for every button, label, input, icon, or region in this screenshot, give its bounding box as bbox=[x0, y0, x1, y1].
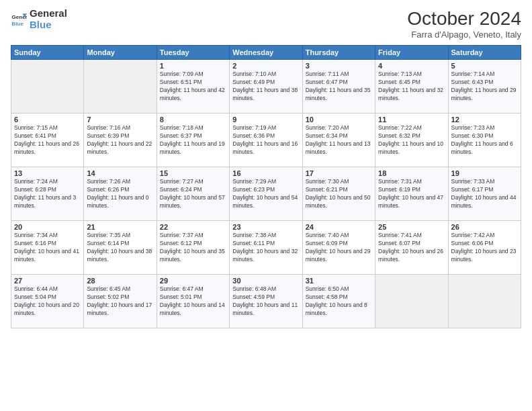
table-row: 30Sunrise: 6:48 AMSunset: 4:59 PMDayligh… bbox=[230, 275, 302, 328]
day-info: Sunrise: 7:09 AMSunset: 6:51 PMDaylight:… bbox=[160, 71, 226, 103]
day-info: Sunrise: 6:44 AMSunset: 5:04 PMDaylight:… bbox=[14, 285, 81, 318]
day-info: Sunrise: 7:27 AMSunset: 6:24 PMDaylight:… bbox=[160, 178, 226, 210]
day-info: Sunrise: 7:42 AMSunset: 6:06 PMDaylight:… bbox=[451, 232, 518, 264]
day-info: Sunrise: 7:18 AMSunset: 6:37 PMDaylight:… bbox=[160, 124, 226, 156]
day-info: Sunrise: 7:13 AMSunset: 6:45 PMDaylight:… bbox=[378, 71, 445, 103]
day-info: Sunrise: 7:20 AMSunset: 6:34 PMDaylight:… bbox=[306, 124, 372, 156]
week-row-1: 1Sunrise: 7:09 AMSunset: 6:51 PMDaylight… bbox=[11, 60, 521, 113]
day-info: Sunrise: 7:14 AMSunset: 6:43 PMDaylight:… bbox=[451, 71, 518, 103]
day-info: Sunrise: 7:16 AMSunset: 6:39 PMDaylight:… bbox=[87, 124, 153, 156]
svg-text:Blue: Blue bbox=[12, 20, 24, 26]
col-tuesday: Tuesday bbox=[157, 46, 229, 60]
day-info: Sunrise: 7:10 AMSunset: 6:49 PMDaylight:… bbox=[232, 71, 299, 103]
day-info: Sunrise: 7:37 AMSunset: 6:12 PMDaylight:… bbox=[160, 232, 226, 264]
col-sunday: Sunday bbox=[11, 46, 84, 60]
table-row: 29Sunrise: 6:47 AMSunset: 5:01 PMDayligh… bbox=[157, 275, 229, 328]
table-row: 16Sunrise: 7:29 AMSunset: 6:23 PMDayligh… bbox=[230, 167, 302, 221]
logo-text: General Blue bbox=[30, 8, 67, 30]
day-number: 22 bbox=[160, 223, 226, 231]
table-row: 26Sunrise: 7:42 AMSunset: 6:06 PMDayligh… bbox=[448, 221, 521, 275]
day-info: Sunrise: 7:40 AMSunset: 6:09 PMDaylight:… bbox=[306, 232, 372, 264]
day-info: Sunrise: 7:30 AMSunset: 6:21 PMDaylight:… bbox=[306, 178, 372, 210]
day-info: Sunrise: 7:26 AMSunset: 6:26 PMDaylight:… bbox=[87, 178, 153, 210]
table-row: 10Sunrise: 7:20 AMSunset: 6:34 PMDayligh… bbox=[302, 113, 375, 167]
col-thursday: Thursday bbox=[302, 46, 375, 60]
day-number: 25 bbox=[378, 223, 445, 231]
week-row-5: 27Sunrise: 6:44 AMSunset: 5:04 PMDayligh… bbox=[11, 275, 521, 328]
logo-line1: General bbox=[30, 8, 67, 19]
table-row: 6Sunrise: 7:15 AMSunset: 6:41 PMDaylight… bbox=[11, 113, 84, 167]
table-row bbox=[375, 275, 448, 328]
day-info: Sunrise: 7:24 AMSunset: 6:28 PMDaylight:… bbox=[14, 178, 81, 210]
day-number: 5 bbox=[451, 62, 518, 70]
table-row: 17Sunrise: 7:30 AMSunset: 6:21 PMDayligh… bbox=[302, 167, 375, 221]
day-info: Sunrise: 7:38 AMSunset: 6:11 PMDaylight:… bbox=[232, 232, 299, 264]
table-row bbox=[448, 275, 521, 328]
table-row: 5Sunrise: 7:14 AMSunset: 6:43 PMDaylight… bbox=[448, 60, 521, 113]
week-row-3: 13Sunrise: 7:24 AMSunset: 6:28 PMDayligh… bbox=[11, 167, 521, 221]
day-number: 26 bbox=[451, 223, 518, 231]
day-info: Sunrise: 7:15 AMSunset: 6:41 PMDaylight:… bbox=[14, 124, 81, 156]
day-info: Sunrise: 7:23 AMSunset: 6:30 PMDaylight:… bbox=[451, 124, 518, 156]
table-row: 2Sunrise: 7:10 AMSunset: 6:49 PMDaylight… bbox=[230, 60, 302, 113]
table-row: 20Sunrise: 7:34 AMSunset: 6:16 PMDayligh… bbox=[11, 221, 84, 275]
day-number: 28 bbox=[87, 277, 153, 285]
month-title: October 2024 bbox=[407, 8, 521, 30]
table-row: 7Sunrise: 7:16 AMSunset: 6:39 PMDaylight… bbox=[84, 113, 157, 167]
table-row: 14Sunrise: 7:26 AMSunset: 6:26 PMDayligh… bbox=[84, 167, 157, 221]
day-number: 31 bbox=[306, 277, 372, 285]
page: General Blue General Blue October 2024 F… bbox=[0, 0, 532, 411]
logo-line2: Blue bbox=[30, 19, 67, 31]
day-info: Sunrise: 7:22 AMSunset: 6:32 PMDaylight:… bbox=[378, 124, 445, 156]
day-number: 7 bbox=[87, 116, 153, 124]
col-monday: Monday bbox=[84, 46, 157, 60]
day-number: 1 bbox=[160, 62, 226, 70]
table-row: 9Sunrise: 7:19 AMSunset: 6:36 PMDaylight… bbox=[230, 113, 302, 167]
table-row: 28Sunrise: 6:45 AMSunset: 5:02 PMDayligh… bbox=[84, 275, 157, 328]
table-row: 27Sunrise: 6:44 AMSunset: 5:04 PMDayligh… bbox=[11, 275, 84, 328]
table-row: 22Sunrise: 7:37 AMSunset: 6:12 PMDayligh… bbox=[157, 221, 229, 275]
day-number: 17 bbox=[306, 169, 372, 177]
day-number: 14 bbox=[87, 169, 153, 177]
day-number: 4 bbox=[378, 62, 445, 70]
table-row bbox=[84, 60, 157, 113]
day-number: 20 bbox=[14, 223, 81, 231]
day-number: 18 bbox=[378, 169, 445, 177]
col-friday: Friday bbox=[375, 46, 448, 60]
table-row: 15Sunrise: 7:27 AMSunset: 6:24 PMDayligh… bbox=[157, 167, 229, 221]
day-info: Sunrise: 6:47 AMSunset: 5:01 PMDaylight:… bbox=[160, 285, 226, 318]
day-info: Sunrise: 7:11 AMSunset: 6:47 PMDaylight:… bbox=[306, 71, 372, 103]
col-wednesday: Wednesday bbox=[230, 46, 302, 60]
calendar-table: Sunday Monday Tuesday Wednesday Thursday… bbox=[11, 45, 521, 328]
week-row-2: 6Sunrise: 7:15 AMSunset: 6:41 PMDaylight… bbox=[11, 113, 521, 167]
table-row: 25Sunrise: 7:41 AMSunset: 6:07 PMDayligh… bbox=[375, 221, 448, 275]
day-number: 2 bbox=[232, 62, 299, 70]
week-row-4: 20Sunrise: 7:34 AMSunset: 6:16 PMDayligh… bbox=[11, 221, 521, 275]
table-row: 4Sunrise: 7:13 AMSunset: 6:45 PMDaylight… bbox=[375, 60, 448, 113]
title-block: October 2024 Farra d'Alpago, Veneto, Ita… bbox=[407, 8, 521, 40]
day-number: 11 bbox=[378, 116, 445, 124]
day-number: 29 bbox=[160, 277, 226, 285]
day-number: 12 bbox=[451, 116, 518, 124]
day-info: Sunrise: 6:48 AMSunset: 4:59 PMDaylight:… bbox=[232, 285, 299, 318]
day-number: 27 bbox=[14, 277, 81, 285]
table-row: 1Sunrise: 7:09 AMSunset: 6:51 PMDaylight… bbox=[157, 60, 229, 113]
day-number: 21 bbox=[87, 223, 153, 231]
header-row: Sunday Monday Tuesday Wednesday Thursday… bbox=[11, 46, 521, 60]
day-info: Sunrise: 7:19 AMSunset: 6:36 PMDaylight:… bbox=[232, 124, 299, 156]
logo: General Blue General Blue bbox=[11, 8, 67, 30]
table-row: 19Sunrise: 7:33 AMSunset: 6:17 PMDayligh… bbox=[448, 167, 521, 221]
logo-icon: General Blue bbox=[11, 11, 27, 28]
table-row: 31Sunrise: 6:50 AMSunset: 4:58 PMDayligh… bbox=[302, 275, 375, 328]
table-row: 24Sunrise: 7:40 AMSunset: 6:09 PMDayligh… bbox=[302, 221, 375, 275]
day-number: 3 bbox=[306, 62, 372, 70]
day-number: 30 bbox=[232, 277, 299, 285]
col-saturday: Saturday bbox=[448, 46, 521, 60]
table-row: 23Sunrise: 7:38 AMSunset: 6:11 PMDayligh… bbox=[230, 221, 302, 275]
table-row: 3Sunrise: 7:11 AMSunset: 6:47 PMDaylight… bbox=[302, 60, 375, 113]
day-number: 15 bbox=[160, 169, 226, 177]
table-row: 13Sunrise: 7:24 AMSunset: 6:28 PMDayligh… bbox=[11, 167, 84, 221]
day-info: Sunrise: 7:41 AMSunset: 6:07 PMDaylight:… bbox=[378, 232, 445, 264]
table-row: 11Sunrise: 7:22 AMSunset: 6:32 PMDayligh… bbox=[375, 113, 448, 167]
day-info: Sunrise: 7:33 AMSunset: 6:17 PMDaylight:… bbox=[451, 178, 518, 210]
